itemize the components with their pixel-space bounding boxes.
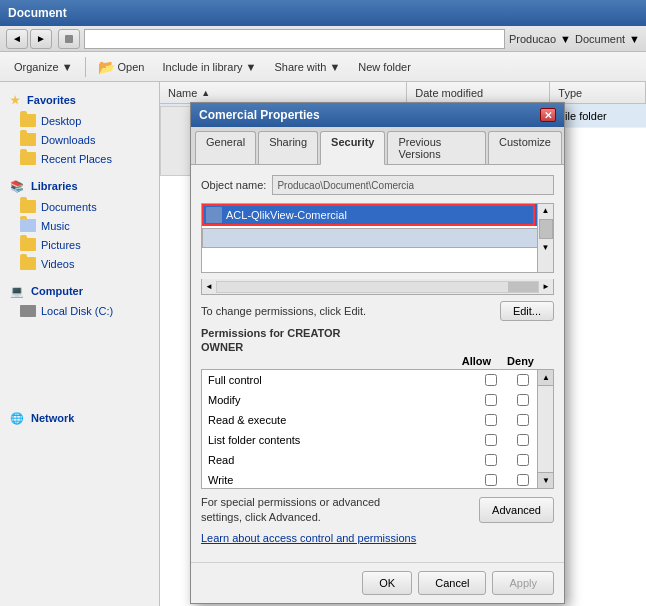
open-label: Open (118, 61, 145, 73)
tab-customize[interactable]: Customize (488, 131, 562, 164)
include-library-label: Include in library (162, 61, 242, 73)
scroll-down-arrow[interactable]: ▼ (538, 241, 553, 254)
perm-row-fullcontrol: Full control (202, 370, 553, 390)
sidebar-item-pictures[interactable]: Pictures (0, 235, 159, 254)
scroll-right-arrow[interactable]: ► (539, 282, 553, 291)
back-button[interactable]: ◄ (6, 29, 28, 49)
ok-button[interactable]: OK (362, 571, 412, 595)
forward-button[interactable]: ► (30, 29, 52, 49)
sidebar-item-videos[interactable]: Videos (0, 254, 159, 273)
network-header[interactable]: 🌐 Network (0, 408, 159, 429)
organize-button[interactable]: Organize ▼ (8, 59, 79, 75)
object-name-row: Object name: Producao\Document\Comercia (201, 175, 554, 195)
folder-icon-downloads (20, 133, 36, 146)
svg-rect-0 (65, 35, 73, 43)
ok-button-label: OK (379, 577, 395, 589)
window-title: Document (8, 6, 67, 20)
dialog-title: Comercial Properties (199, 108, 320, 122)
perm-list-scrollbar[interactable]: ▲ ▼ (537, 370, 553, 488)
user-item-2[interactable] (202, 228, 553, 248)
perm-allow-fullcontrol[interactable] (485, 374, 497, 386)
special-perm-text: For special permissions or advanced sett… (201, 495, 421, 526)
perm-scroll-down[interactable]: ▼ (538, 472, 554, 488)
dialog-overlay: Comercial Properties ✕ General Sharing S… (160, 82, 646, 606)
cancel-button-label: Cancel (435, 577, 469, 589)
folder-icon-videos (20, 257, 36, 270)
computer-header[interactable]: 💻 Computer (0, 281, 159, 302)
cancel-button[interactable]: Cancel (418, 571, 486, 595)
sidebar-label-videos: Videos (41, 258, 74, 270)
tab-security[interactable]: Security (320, 131, 385, 165)
perm-allow-readexec[interactable] (485, 414, 497, 426)
libraries-header[interactable]: 📚 Libraries (0, 176, 159, 197)
apply-button[interactable]: Apply (492, 571, 554, 595)
perm-deny-readexec[interactable] (517, 414, 529, 426)
deny-col-label: Deny (507, 355, 534, 367)
sidebar-item-desktop[interactable]: Desktop (0, 111, 159, 130)
tab-security-label: Security (331, 136, 374, 148)
perm-allow-read[interactable] (485, 454, 497, 466)
perm-for-text: Permissions for CREATOR (201, 327, 341, 339)
perm-deny-fullcontrol[interactable] (517, 374, 529, 386)
close-icon: ✕ (544, 110, 552, 121)
apply-button-label: Apply (509, 577, 537, 589)
perm-scroll-up[interactable]: ▲ (538, 370, 554, 386)
perm-checks-write (467, 474, 547, 486)
sidebar-item-localdisk[interactable]: Local Disk (C:) (0, 302, 159, 320)
edit-button[interactable]: Edit... (500, 301, 554, 321)
sidebar-item-music[interactable]: Music (0, 216, 159, 235)
sidebar-label-music: Music (41, 220, 70, 232)
dialog-tabs: General Sharing Security Previous Versio… (191, 127, 564, 165)
h-scroll-track[interactable] (216, 281, 539, 293)
perm-name-modify: Modify (208, 394, 467, 406)
advanced-button[interactable]: Advanced (479, 497, 554, 523)
computer-icon: 💻 (10, 285, 24, 297)
sidebar-label-localdisk: Local Disk (C:) (41, 305, 113, 317)
dialog-title-bar: Comercial Properties ✕ (191, 103, 564, 127)
tab-customize-label: Customize (499, 136, 551, 148)
tab-previous-versions[interactable]: Previous Versions (387, 131, 486, 164)
users-list-scrollbar[interactable]: ▲ ▼ (537, 204, 553, 272)
scroll-up-arrow[interactable]: ▲ (538, 204, 553, 217)
perm-checks-fullcontrol (467, 374, 547, 386)
tab-general-label: General (206, 136, 245, 148)
sidebar-item-downloads[interactable]: Downloads (0, 130, 159, 149)
folder-icon-recent (20, 152, 36, 165)
perm-name-readexec: Read & execute (208, 414, 467, 426)
organize-label: Organize (14, 61, 59, 73)
scroll-thumb[interactable] (539, 219, 553, 239)
perm-deny-read[interactable] (517, 454, 529, 466)
open-button[interactable]: 📂 Open (92, 57, 151, 77)
perm-allow-listfolder[interactable] (485, 434, 497, 446)
advanced-button-label: Advanced (492, 504, 541, 516)
favorites-header[interactable]: ★ Favorites (0, 90, 159, 111)
user-item-acl[interactable]: ACL-QlikView-Comercial (202, 204, 553, 226)
scroll-left-arrow[interactable]: ◄ (202, 282, 216, 291)
location-document[interactable]: Document (575, 33, 625, 45)
sidebar: ★ Favorites Desktop Downloads Recent Pla… (0, 82, 160, 606)
network-label: Network (31, 412, 74, 424)
allow-col-label: Allow (462, 355, 491, 367)
share-with-button[interactable]: Share with ▼ (268, 59, 346, 75)
up-button[interactable] (58, 29, 80, 49)
include-library-button[interactable]: Include in library ▼ (156, 59, 262, 75)
perm-row-modify: Modify (202, 390, 553, 410)
include-library-chevron: ▼ (246, 61, 257, 73)
perm-deny-modify[interactable] (517, 394, 529, 406)
sidebar-item-recent[interactable]: Recent Places (0, 149, 159, 168)
tab-general[interactable]: General (195, 131, 256, 164)
address-input[interactable] (84, 29, 505, 49)
tab-sharing[interactable]: Sharing (258, 131, 318, 164)
sidebar-item-documents[interactable]: Documents (0, 197, 159, 216)
perm-allow-modify[interactable] (485, 394, 497, 406)
location-producao[interactable]: Producao (509, 33, 556, 45)
object-name-value: Producao\Document\Comercia (277, 180, 414, 191)
dialog-content: Object name: Producao\Document\Comercia (191, 165, 564, 562)
perm-allow-write[interactable] (485, 474, 497, 486)
perm-deny-write[interactable] (517, 474, 529, 486)
dialog-close-button[interactable]: ✕ (540, 108, 556, 122)
perm-deny-listfolder[interactable] (517, 434, 529, 446)
new-folder-button[interactable]: New folder (352, 59, 417, 75)
user-entry-1[interactable]: ACL-QlikView-Comercial (202, 204, 553, 248)
access-control-link[interactable]: Learn about access control and permissio… (201, 532, 554, 544)
